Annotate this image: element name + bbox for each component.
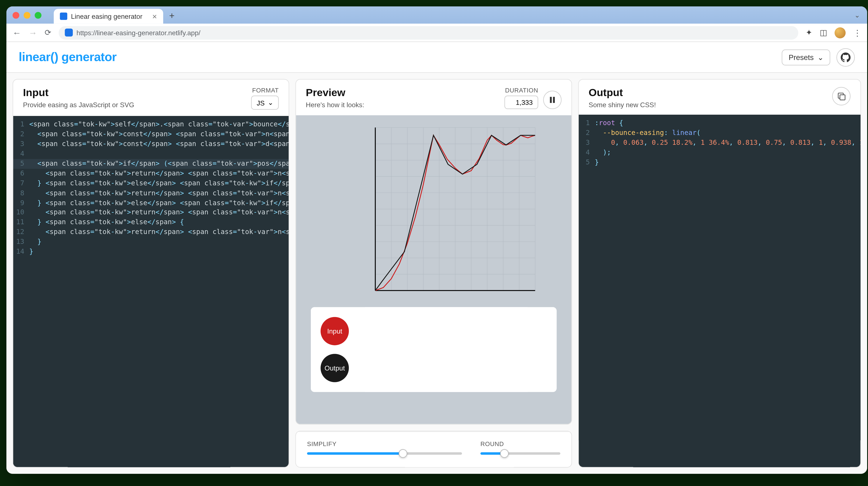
preview-subtitle: Here's how it looks:: [306, 101, 364, 109]
pause-icon: [549, 97, 555, 103]
window-titlebar: Linear easing generator × + ⌄: [6, 6, 867, 24]
round-label: ROUND: [480, 441, 560, 447]
browser-tab[interactable]: Linear easing generator ×: [54, 9, 163, 24]
maximize-window-button[interactable]: [35, 11, 41, 18]
duration-label: DURATION: [505, 87, 538, 94]
simplify-slider-group: SIMPLIFY: [307, 441, 462, 455]
copy-button[interactable]: [832, 87, 850, 105]
slider-thumb[interactable]: [399, 449, 407, 458]
chevron-down-icon: ⌄: [817, 53, 824, 61]
forward-button[interactable]: →: [29, 28, 37, 37]
url-text: https://linear-easing-generator.netlify.…: [76, 29, 200, 36]
window-controls: [12, 11, 41, 18]
output-subtitle: Some shiny new CSS!: [589, 101, 656, 109]
copy-icon: [837, 92, 845, 100]
input-panel: Input Provide easing as JavaScript or SV…: [12, 79, 289, 468]
output-ball: Output: [321, 354, 349, 382]
github-icon: [841, 52, 850, 62]
play-pause-button[interactable]: [543, 91, 561, 109]
preview-title: Preview: [306, 87, 364, 99]
svg-rect-27: [840, 94, 845, 99]
output-code-view[interactable]: 1:root {2 --bounce-easing: linear(3 0, 0…: [579, 115, 860, 467]
main-panels: Input Provide easing as JavaScript or SV…: [6, 73, 867, 474]
easing-graph: [323, 121, 545, 300]
format-select[interactable]: JS ⌄: [251, 96, 279, 110]
format-value: JS: [257, 99, 265, 107]
panel-icon[interactable]: ◫: [820, 28, 827, 37]
input-code-editor[interactable]: 1<span class="tok-kw">self</span>.<span …: [13, 116, 289, 467]
animation-demo: Input Output: [311, 307, 557, 392]
extensions-icon[interactable]: ✦: [806, 28, 812, 37]
site-info-icon[interactable]: [65, 29, 73, 36]
minimize-window-button[interactable]: [24, 11, 31, 18]
app-header: linear() generator Presets ⌄: [6, 42, 867, 73]
new-tab-button[interactable]: +: [169, 10, 175, 20]
output-panel: Output Some shiny new CSS! 1:root {2 --b…: [578, 79, 861, 468]
chevron-down-icon: ⌄: [268, 99, 273, 107]
svg-rect-1: [553, 97, 555, 103]
input-title: Input: [23, 87, 134, 99]
format-label: FORMAT: [252, 87, 279, 94]
close-tab-button[interactable]: ×: [152, 11, 157, 21]
simplify-slider[interactable]: [307, 452, 462, 455]
output-title: Output: [589, 87, 656, 99]
profile-avatar[interactable]: [835, 27, 845, 38]
svg-rect-0: [550, 97, 552, 103]
round-slider-group: ROUND: [480, 441, 560, 455]
browser-toolbar: ← → ⟳ https://linear-easing-generator.ne…: [6, 24, 867, 42]
round-slider[interactable]: [480, 452, 560, 455]
tab-title: Linear easing generator: [71, 12, 143, 20]
preview-body: Input Output: [296, 115, 571, 424]
app-title: linear() generator: [19, 50, 117, 64]
simplify-label: SIMPLIFY: [307, 441, 462, 447]
slider-thumb[interactable]: [500, 449, 509, 458]
preview-panel: Preview Here's how it looks: DURATION: [296, 79, 572, 425]
close-window-button[interactable]: [12, 11, 20, 18]
presets-label: Presets: [788, 53, 813, 61]
duration-input[interactable]: [504, 96, 538, 109]
back-button[interactable]: ←: [12, 28, 21, 37]
input-ball: Input: [321, 317, 349, 345]
input-subtitle: Provide easing as JavaScript or SVG: [23, 101, 134, 109]
github-link[interactable]: [836, 48, 855, 66]
tabs-dropdown-button[interactable]: ⌄: [854, 11, 860, 19]
controls-panel: SIMPLIFY ROUND: [296, 431, 572, 468]
address-bar[interactable]: https://linear-easing-generator.netlify.…: [59, 26, 798, 39]
presets-dropdown[interactable]: Presets ⌄: [782, 49, 830, 65]
reload-button[interactable]: ⟳: [44, 28, 52, 37]
browser-window: Linear easing generator × + ⌄ ← → ⟳ http…: [6, 6, 867, 474]
tab-favicon: [60, 12, 67, 20]
browser-menu-button[interactable]: ⋮: [853, 28, 861, 37]
